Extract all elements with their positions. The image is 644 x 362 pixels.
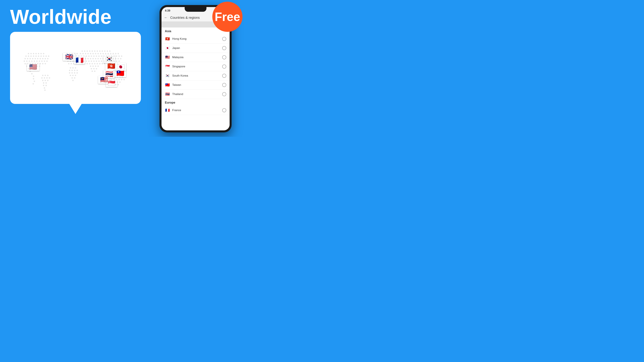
map-flag-france: 🇫🇷 — [74, 56, 85, 64]
svg-point-170 — [91, 60, 92, 62]
svg-point-102 — [74, 77, 75, 79]
radio-taiwan[interactable] — [222, 83, 226, 87]
svg-point-1 — [30, 53, 32, 54]
svg-point-155 — [95, 58, 96, 59]
flag-taiwan: 🇹🇼 — [165, 83, 170, 87]
country-item-south-korea[interactable]: 🇰🇷 South Korea — [162, 71, 230, 80]
svg-point-197 — [93, 68, 94, 69]
svg-point-173 — [98, 60, 100, 62]
svg-point-30 — [31, 60, 32, 62]
svg-point-92 — [74, 70, 75, 71]
country-item-thailand[interactable]: 🇹🇭 Thailand — [162, 90, 230, 99]
svg-point-0 — [28, 53, 29, 54]
back-button[interactable]: ← — [164, 15, 168, 20]
svg-point-188 — [96, 63, 98, 64]
svg-point-157 — [100, 58, 101, 59]
svg-point-185 — [89, 63, 90, 64]
left-section: Worldwide — [0, 0, 147, 137]
svg-point-130 — [115, 53, 116, 54]
map-flag-us: 🇺🇸 — [27, 63, 40, 71]
radio-hong-kong[interactable] — [222, 37, 226, 41]
svg-point-17 — [24, 58, 26, 59]
svg-point-24 — [42, 58, 44, 59]
map-flag-uk: 🇬🇧 — [63, 53, 76, 61]
radio-malaysia[interactable] — [222, 55, 226, 59]
svg-point-218 — [118, 84, 119, 85]
svg-point-180 — [116, 60, 117, 62]
radio-japan[interactable] — [222, 46, 226, 50]
svg-point-215 — [119, 81, 120, 83]
svg-point-90 — [69, 70, 70, 71]
svg-point-16 — [48, 55, 49, 57]
svg-point-219 — [42, 75, 44, 76]
svg-point-122 — [95, 53, 96, 54]
svg-point-148 — [121, 55, 122, 57]
svg-point-189 — [99, 63, 100, 64]
svg-point-13 — [40, 55, 42, 57]
svg-point-194 — [95, 65, 96, 67]
svg-point-221 — [47, 75, 48, 76]
radio-france[interactable] — [222, 108, 226, 112]
svg-point-200 — [94, 70, 96, 72]
svg-point-84 — [70, 63, 72, 64]
svg-point-12 — [38, 55, 39, 57]
status-time: 4:39 — [165, 9, 170, 12]
svg-point-126 — [105, 53, 106, 54]
svg-point-165 — [120, 58, 122, 59]
country-item-taiwan[interactable]: 🇹🇼 Taiwan — [162, 80, 230, 90]
svg-point-174 — [101, 60, 102, 62]
svg-point-110 — [96, 50, 98, 52]
country-name-japan: Japan — [172, 46, 222, 50]
svg-point-21 — [34, 58, 36, 59]
svg-point-135 — [88, 55, 90, 57]
svg-point-138 — [96, 55, 97, 57]
svg-point-163 — [115, 58, 116, 59]
radio-thailand[interactable] — [222, 92, 226, 96]
free-badge: Free — [212, 2, 242, 32]
svg-point-231 — [43, 85, 44, 86]
radio-singapore[interactable] — [222, 64, 226, 68]
flag-france: 🇫🇷 — [165, 108, 170, 112]
svg-point-223 — [44, 77, 45, 79]
svg-point-120 — [90, 53, 91, 54]
radio-south-korea[interactable] — [222, 74, 226, 78]
svg-point-109 — [94, 50, 96, 52]
svg-point-6 — [43, 53, 44, 54]
svg-point-229 — [43, 82, 44, 84]
svg-point-113 — [104, 50, 106, 52]
country-item-singapore[interactable]: 🇸🇬 Singapore — [162, 62, 230, 71]
country-name-hong-kong: Hong Kong — [172, 37, 222, 40]
svg-point-140 — [101, 55, 102, 57]
country-item-japan[interactable]: 🇯🇵 Japan — [162, 43, 230, 53]
free-text: Free — [215, 11, 240, 23]
svg-point-59 — [34, 81, 35, 82]
country-item-hong-kong[interactable]: 🇭🇰 Hong Kong — [162, 34, 230, 43]
svg-point-26 — [47, 58, 48, 59]
svg-point-152 — [88, 58, 89, 59]
svg-point-29 — [29, 60, 30, 62]
svg-point-117 — [82, 53, 84, 54]
svg-point-146 — [116, 55, 117, 57]
flag-japan: 🇯🇵 — [165, 46, 170, 50]
svg-point-127 — [108, 53, 109, 54]
svg-point-195 — [98, 65, 99, 67]
svg-point-151 — [85, 58, 86, 59]
country-item-malaysia[interactable]: 🇲🇾 Malaysia — [162, 53, 230, 62]
svg-point-105 — [84, 50, 85, 52]
svg-point-118 — [85, 53, 86, 54]
svg-point-147 — [118, 55, 120, 57]
flag-hong-kong: 🇭🇰 — [165, 37, 170, 41]
main-title: Worldwide — [10, 7, 142, 27]
svg-point-111 — [99, 50, 100, 52]
country-name-france: France — [172, 109, 222, 112]
flag-south-korea: 🇰🇷 — [165, 73, 170, 78]
svg-point-94 — [69, 72, 70, 73]
svg-point-119 — [88, 53, 89, 54]
svg-point-23 — [40, 58, 41, 59]
world-map: 🇺🇸 🇬🇧 🇫🇷 🇰🇷 🇭🇰 🇯🇵 🇹🇭 🇹🇼 🇲🇾 🇸🇬 — [15, 37, 136, 99]
map-flag-south-korea: 🇰🇷 — [103, 55, 115, 63]
country-item-france[interactable]: 🇫🇷 France — [162, 106, 230, 115]
svg-point-224 — [46, 77, 48, 79]
svg-point-128 — [110, 53, 111, 54]
svg-point-100 — [75, 75, 76, 76]
